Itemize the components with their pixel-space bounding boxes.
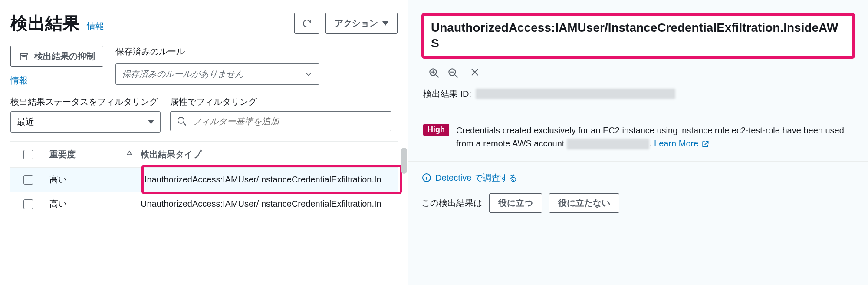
attr-filter-col: 属性でフィルタリング (170, 96, 391, 133)
divider (408, 113, 868, 113)
caret-down-icon (382, 21, 388, 26)
suppress-label: 検出結果の抑制 (34, 50, 95, 62)
header-row: 検出結果 情報 アクション (10, 11, 398, 35)
suppress-button[interactable]: 検出結果の抑制 (10, 46, 103, 67)
action-button[interactable]: アクション (326, 13, 398, 34)
row-severity: 高い (49, 198, 141, 210)
type-header-label: 検出結果タイプ (141, 149, 201, 159)
col-severity-header[interactable]: 重要度 (49, 149, 141, 160)
account-redacted (567, 139, 649, 149)
zoom-in-button[interactable] (428, 67, 441, 80)
table-header-row: 重要度 検出結果タイプ (10, 142, 398, 168)
severity-badge: High (423, 124, 449, 136)
feedback-label: この検出結果は (421, 197, 482, 209)
finding-id-value-redacted (476, 89, 675, 99)
left-panel: 検出結果 情報 アクション 検出結果の抑制 情報 保存済みのルール 保存済みのル… (0, 0, 408, 285)
scrollbar[interactable] (400, 148, 408, 281)
attr-filter-input[interactable] (192, 116, 385, 126)
refresh-button[interactable] (294, 13, 319, 34)
controls-row: 検出結果の抑制 情報 保存済みのルール 保存済みのルールがありません (10, 46, 398, 86)
finding-title: UnauthorizedAccess:IAMUser/InstanceCrede… (431, 20, 845, 52)
finding-description: Credentials created exclusively for an E… (456, 124, 853, 150)
zoom-controls (428, 67, 855, 80)
findings-table: 重要度 検出結果タイプ 高い UnauthorizedAccess:IAMUse… (10, 141, 398, 216)
severity-desc-row: High Credentials created exclusively for… (421, 124, 855, 150)
title-group: 検出結果 情報 (10, 11, 104, 35)
external-link-icon (701, 140, 710, 149)
chevron-down-icon (304, 70, 313, 79)
attr-filter-box[interactable] (170, 111, 391, 131)
feedback-row: この検出結果は 役に立つ 役に立たない (421, 193, 855, 213)
table-row[interactable]: 高い UnauthorizedAccess:IAMUser/InstanceCr… (10, 192, 398, 216)
caret-down-icon (148, 120, 154, 124)
suppress-info-link[interactable]: 情報 (10, 75, 103, 86)
status-filter-label: 検出結果ステータスをフィルタリング (10, 96, 161, 108)
col-type-header[interactable]: 検出結果タイプ (141, 149, 385, 160)
search-icon (177, 116, 187, 126)
detective-link[interactable]: Detective で調査する (421, 172, 855, 184)
table-row[interactable]: 高い UnauthorizedAccess:IAMUser/InstanceCr… (10, 168, 398, 192)
col-checkbox-header (23, 150, 49, 159)
row-checkbox[interactable] (23, 199, 33, 209)
desc-post: . (649, 139, 654, 148)
attr-filter-label: 属性でフィルタリング (170, 96, 391, 108)
refresh-icon (302, 18, 312, 29)
header-actions: アクション (294, 13, 398, 34)
severity-header-label: 重要度 (49, 149, 76, 160)
divider (408, 161, 868, 162)
saved-rules-dropdown[interactable]: 保存済みのルールがありません (115, 63, 319, 85)
status-filter-col: 検出結果ステータスをフィルタリング 最近 (10, 96, 161, 133)
finding-id-label: 検出結果 ID: (423, 88, 471, 100)
finding-id-row: 検出結果 ID: (421, 88, 855, 100)
info-icon (421, 172, 432, 183)
row-severity: 高い (49, 174, 141, 186)
page-title: 検出結果 (10, 11, 80, 35)
sort-icon (126, 149, 133, 159)
useful-button[interactable]: 役に立つ (489, 193, 542, 213)
status-dropdown[interactable]: 最近 (10, 111, 161, 133)
row-type: UnauthorizedAccess:IAMUser/InstanceCrede… (141, 175, 385, 185)
row-type: UnauthorizedAccess:IAMUser/InstanceCrede… (141, 199, 385, 209)
scrollbar-thumb[interactable] (401, 148, 407, 174)
saved-rules-group: 保存済みのルール 保存済みのルールがありません (115, 46, 319, 85)
status-value: 最近 (17, 116, 34, 128)
saved-rules-label: 保存済みのルール (115, 46, 319, 57)
select-all-checkbox[interactable] (23, 150, 33, 159)
suppress-group: 検出結果の抑制 情報 (10, 46, 103, 86)
learn-more-link[interactable]: Learn More (654, 139, 710, 148)
zoom-out-button[interactable] (447, 67, 460, 80)
not-useful-button[interactable]: 役に立たない (549, 193, 619, 213)
archive-icon (19, 51, 29, 62)
close-button[interactable] (470, 67, 483, 80)
filter-row: 検出結果ステータスをフィルタリング 最近 属性でフィルタリング (10, 96, 398, 133)
action-label: アクション (335, 17, 378, 29)
saved-rules-placeholder: 保存済みのルールがありません (122, 68, 243, 80)
row-checkbox[interactable] (23, 175, 33, 185)
info-link[interactable]: 情報 (87, 20, 104, 32)
detective-link-label: Detective で調査する (435, 172, 517, 184)
finding-title-box: UnauthorizedAccess:IAMUser/InstanceCrede… (421, 13, 855, 59)
detail-panel: UnauthorizedAccess:IAMUser/InstanceCrede… (408, 0, 868, 285)
